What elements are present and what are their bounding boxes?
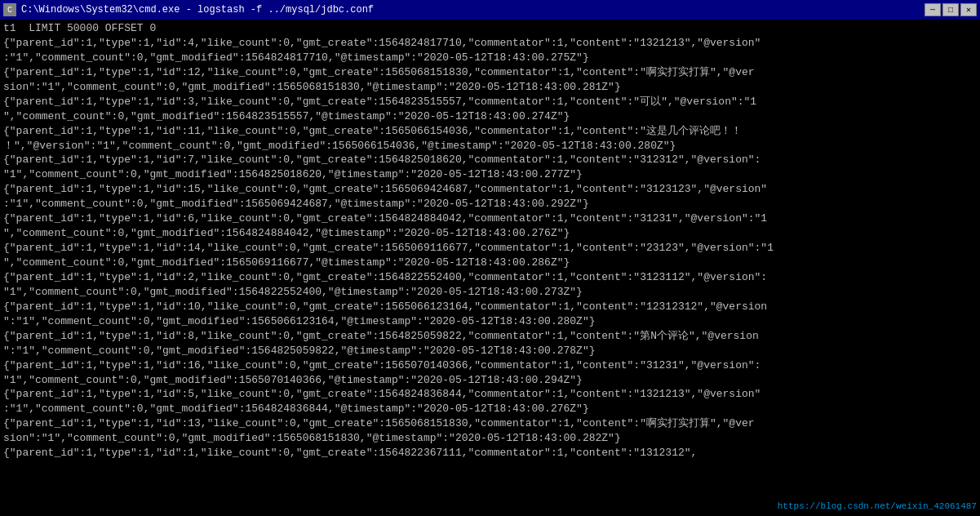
terminal-line: {"parent_id":1,"type":1,"id":10,"like_co… (3, 300, 977, 314)
terminal-line: sion":"1","comment_count":0,"gmt_modifie… (3, 431, 977, 446)
terminal-line: t1 LIMIT 50000 OFFSET 0 (3, 21, 977, 36)
terminal-line: ！","@version":"1","comment_count":0,"gmt… (3, 139, 977, 153)
terminal-line: ":"1","comment_count":0,"gmt_modified":1… (3, 314, 977, 329)
terminal-line: {"parent_id":1,"type":1,"id":14,"like_co… (3, 241, 977, 256)
terminal-output: t1 LIMIT 50000 OFFSET 0{"parent_id":1,"t… (0, 20, 980, 516)
terminal-line: {"parent_id":1,"type":1,"id":7,"like_cou… (3, 153, 977, 167)
title-bar-left: C C:\Windows\System32\cmd.exe - logstash… (3, 3, 374, 16)
minimize-button[interactable]: ─ (925, 3, 941, 16)
terminal-line: {"parent_id":1,"type":1,"id":8,"like_cou… (3, 329, 977, 344)
window-title: C:\Windows\System32\cmd.exe - logstash -… (21, 4, 374, 16)
cmd-window: C C:\Windows\System32\cmd.exe - logstash… (0, 0, 980, 516)
terminal-line: {"parent_id":1,"type":1,"id":1,"like_cou… (3, 446, 977, 460)
close-button[interactable]: ✕ (960, 3, 977, 16)
terminal-line: :"1","comment_count":0,"gmt_modified":15… (3, 51, 977, 65)
cmd-icon: C (3, 3, 16, 16)
terminal-line: {"parent_id":1,"type":1,"id":4,"like_cou… (3, 36, 977, 51)
terminal-line: {"parent_id":1,"type":1,"id":16,"like_co… (3, 358, 977, 373)
terminal-line: ","comment_count":0,"gmt_modified":15648… (3, 109, 977, 124)
title-bar: C C:\Windows\System32\cmd.exe - logstash… (0, 0, 980, 20)
terminal-line: ":"1","comment_count":0,"gmt_modified":1… (3, 344, 977, 358)
terminal-line: {"parent_id":1,"type":1,"id":11,"like_co… (3, 124, 977, 139)
title-bar-controls: ─ □ ✕ (925, 3, 977, 16)
terminal-line: "1","comment_count":0,"gmt_modified":156… (3, 373, 977, 388)
terminal-line: {"parent_id":1,"type":1,"id":6,"like_cou… (3, 211, 977, 226)
terminal-line: :"1","comment_count":0,"gmt_modified":15… (3, 402, 977, 416)
terminal-line: "1","comment_count":0,"gmt_modified":156… (3, 285, 977, 300)
terminal-line: {"parent_id":1,"type":1,"id":13,"like_co… (3, 416, 977, 431)
terminal-line: "1","comment_count":0,"gmt_modified":156… (3, 167, 977, 182)
terminal-line: ","comment_count":0,"gmt_modified":15650… (3, 256, 977, 270)
terminal-line: {"parent_id":1,"type":1,"id":5,"like_cou… (3, 387, 977, 402)
terminal-line: sion":"1","comment_count":0,"gmt_modifie… (3, 80, 977, 95)
terminal-line: {"parent_id":1,"type":1,"id":3,"like_cou… (3, 95, 977, 109)
terminal-line: {"parent_id":1,"type":1,"id":2,"like_cou… (3, 270, 977, 285)
terminal-line: {"parent_id":1,"type":1,"id":15,"like_co… (3, 182, 977, 197)
terminal-line: {"parent_id":1,"type":1,"id":12,"like_co… (3, 65, 977, 80)
terminal-line: ","comment_count":0,"gmt_modified":15648… (3, 226, 977, 241)
restore-button[interactable]: □ (942, 3, 959, 16)
watermark: https://blog.csdn.net/weixin_42061487 (778, 500, 977, 513)
terminal-line: :"1","comment_count":0,"gmt_modified":15… (3, 197, 977, 211)
